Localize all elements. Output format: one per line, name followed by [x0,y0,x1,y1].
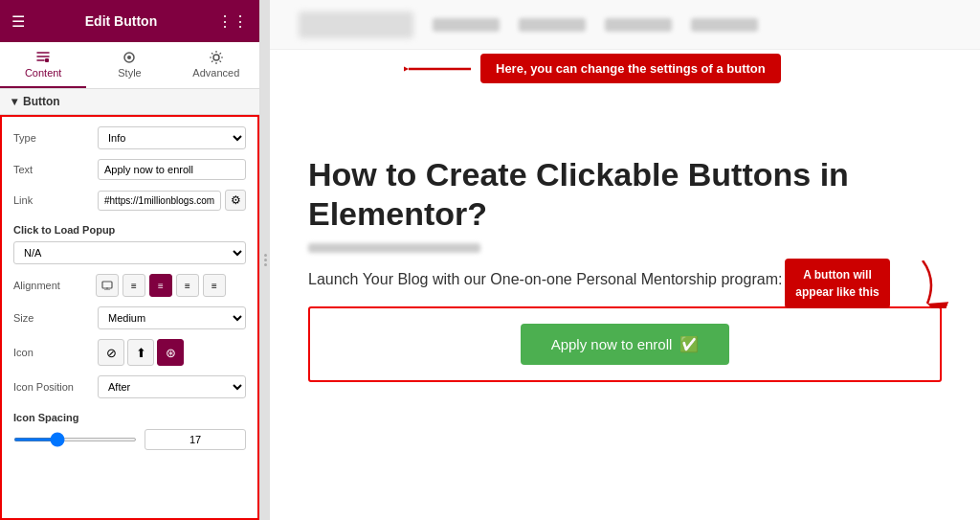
popup-select[interactable]: N/A [13,241,246,264]
link-label: Link [13,194,90,206]
site-header [270,0,980,50]
panel-section-title: ▾ Button [0,89,259,115]
main-heading: How to Create Clickable Buttons in Eleme… [308,155,942,234]
icon-position-label: Icon Position [13,381,90,393]
header-nav [433,18,758,32]
icon-spacing-section: Icon Spacing [13,408,246,425]
text-value [98,159,246,180]
checkmark-icon: ✅ [679,335,699,353]
align-justify-button[interactable]: ≡ [203,274,226,297]
align-center-button[interactable]: ≡ [149,274,172,297]
preview-button-text: Apply now to enroll [551,336,673,352]
size-select[interactable]: Medium Small Large Extra Large [98,306,246,329]
icon-spacing-row [13,429,246,450]
text-label: Text [13,164,90,175]
tab-style-label: Style [118,67,141,79]
panel-content: Type Info Default Primary Success Warnin… [0,115,259,520]
icon-library-button[interactable]: ⊛ [157,339,184,366]
panel-title: Edit Button [85,13,157,29]
icon-button-group: ⊘ ⬆ ⊛ [98,339,246,366]
handle-dot-3 [264,263,267,266]
tab-advanced-label: Advanced [192,67,239,79]
size-field-row: Size Medium Small Large Extra Large [13,306,246,329]
type-value: Info Default Primary Success Warning Dan… [98,126,246,149]
icon-spacing-input[interactable] [145,429,246,450]
align-monitor-icon[interactable] [96,274,119,297]
callout-top-arrow-svg [404,55,480,83]
left-panel: ☰ Edit Button ⋮⋮ Content Style Advanced [0,0,260,520]
popup-label: Click to Load Popup [13,224,115,236]
resize-handle[interactable] [260,0,270,520]
link-field-row: Link ⚙ [13,190,246,211]
alignment-row: Alignment ≡ ≡ ≡ ≡ [13,274,246,297]
svg-point-3 [213,55,219,60]
panel-header: ☰ Edit Button ⋮⋮ [0,0,259,42]
icon-spacing-slider[interactable] [13,438,137,441]
preview-button[interactable]: Apply now to enroll ✅ [521,324,730,365]
advanced-icon [209,50,224,65]
icon-upload-button[interactable]: ⬆ [127,339,154,366]
link-gear-button[interactable]: ⚙ [225,190,246,211]
alignment-label: Alignment [13,280,90,291]
link-input[interactable] [98,191,221,211]
tab-advanced[interactable]: Advanced [173,42,259,88]
tab-content-label: Content [25,67,62,79]
icon-label: Icon [13,347,90,358]
type-label: Type [13,132,90,144]
text-input[interactable] [98,159,246,180]
type-select[interactable]: Info Default Primary Success Warning Dan… [98,126,246,149]
size-label: Size [13,312,90,324]
section-title-label: Button [23,95,60,108]
nav-item-4 [691,18,758,32]
icon-none-button[interactable]: ⊘ [98,339,124,366]
callout-bottom-arrow-svg [894,260,951,308]
main-content: How to Create Clickable Buttons in Eleme… [270,50,980,411]
monitor-svg [101,281,113,290]
callout-bottom-container: A button will appear like this [785,259,951,308]
author-placeholder [308,243,480,253]
callout-top-container: Here, you can change the settings of a b… [404,54,942,83]
svg-point-2 [127,56,131,59]
align-right-button[interactable]: ≡ [176,274,199,297]
main-area: Here, you can change the settings of a b… [270,0,980,520]
nav-item-1 [433,18,500,32]
icon-spacing-label: Icon Spacing [13,412,78,423]
align-left-button[interactable]: ≡ [122,274,145,297]
svg-rect-4 [102,282,112,288]
icon-controls: ⊘ ⬆ ⊛ [98,339,246,366]
icon-position-value: After Before [98,375,246,398]
section-collapse-icon[interactable]: ▾ [11,95,17,108]
content-icon [35,50,51,65]
icon-position-row: Icon Position After Before [13,375,246,398]
alignment-controls: ≡ ≡ ≡ ≡ [96,274,226,297]
icon-field-row: Icon ⊘ ⬆ ⊛ [13,339,246,366]
svg-rect-0 [45,58,49,62]
size-value: Medium Small Large Extra Large [98,306,246,329]
tab-style[interactable]: Style [86,42,172,88]
callout-top-box: Here, you can change the settings of a b… [480,54,781,83]
popup-value: N/A [13,241,246,264]
button-preview-wrapper: Apply now to enroll ✅ A button will appe… [308,306,942,382]
icon-position-select[interactable]: After Before [98,375,246,398]
nav-item-3 [605,18,672,32]
type-field-row: Type Info Default Primary Success Warnin… [13,126,246,149]
link-value: ⚙ [98,190,246,211]
tab-content[interactable]: Content [0,42,86,88]
popup-section-label: Click to Load Popup [13,220,246,237]
nav-item-2 [519,18,586,32]
text-field-row: Text [13,159,246,180]
grid-icon[interactable]: ⋮⋮ [217,12,248,31]
handle-dot-2 [264,259,267,261]
style-icon [122,50,137,65]
callout-bottom-box: A button will appear like this [785,259,890,308]
button-preview-area: Apply now to enroll ✅ [308,306,942,382]
hamburger-icon[interactable]: ☰ [11,12,25,31]
header-logo [299,11,413,38]
popup-field-row: N/A [13,241,246,264]
panel-tabs: Content Style Advanced [0,42,259,89]
handle-dot-1 [264,254,267,257]
